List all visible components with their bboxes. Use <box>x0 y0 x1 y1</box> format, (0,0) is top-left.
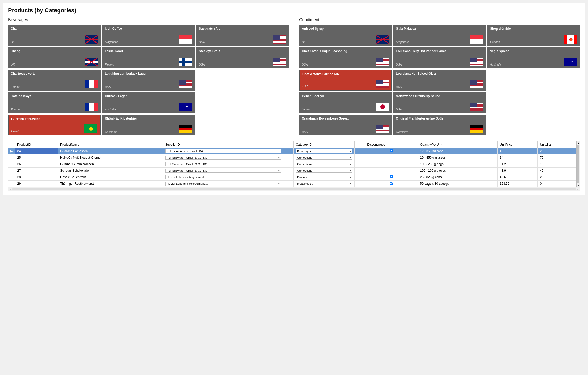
product-card[interactable]: Aniseed SyrupUK <box>299 25 392 46</box>
table-header[interactable]: SupplierID <box>163 141 283 148</box>
table-row[interactable]: 27Schoggi SchokoladeRefrescos Americanas… <box>8 168 576 174</box>
scroll-left-button[interactable]: ◄ <box>9 188 12 190</box>
scroll-up-button[interactable]: ▲ <box>577 141 580 145</box>
vertical-scrollbar[interactable]: ▲ ▼ <box>576 141 580 187</box>
product-card[interactable]: Sasquatch AleUSA <box>196 25 289 46</box>
discontinued-cell[interactable] <box>365 148 418 154</box>
table-row[interactable]: ▶24Guaraná FantásticaRefrescos Americana… <box>8 148 576 154</box>
table-header[interactable]: UnitsI ▲ <box>538 141 576 148</box>
supplier-select[interactable]: Refrescos Americanas LTDAHeli Süßwaren G… <box>166 156 278 159</box>
product-card[interactable]: Laughing Lumberjack LagerUSA <box>102 70 195 91</box>
category-select[interactable]: BeveragesConfectionsProduceMeat/Poultry <box>296 162 349 166</box>
scroll-down-button[interactable]: ▼ <box>577 184 580 187</box>
product-card[interactable]: Rhönbräu KlosterbierGermany <box>102 115 195 135</box>
discontinued-checkbox[interactable] <box>390 169 393 172</box>
product-card[interactable]: Grandma's Boysenberry SpreadUSA <box>299 115 392 135</box>
product-card[interactable]: Guaraná FantásticaBrazil <box>8 115 101 135</box>
table-header[interactable]: ProductName <box>58 141 163 148</box>
supplier-select[interactable]: Refrescos Americanas LTDAHeli Süßwaren G… <box>166 149 278 153</box>
product-card[interactable]: Chartreuse verteFrance <box>8 70 101 91</box>
scroll-right-button[interactable]: ► <box>576 188 579 190</box>
product-card[interactable]: Chef Anton's Cajun SeasoningUSA <box>299 47 392 68</box>
category-cell[interactable]: BeveragesConfectionsProduceMeat/Poultry▼ <box>294 148 355 154</box>
table-row[interactable]: 29Thüringer RostbratwurstRefrescos Ameri… <box>8 181 576 187</box>
product-card[interactable]: ChangUK <box>8 47 101 68</box>
category-select[interactable]: BeveragesConfectionsProduceMeat/Poultry <box>296 149 349 153</box>
discontinued-cell[interactable] <box>365 181 418 187</box>
product-card[interactable]: LakkaliköoriFinland <box>102 47 195 68</box>
category-select[interactable]: BeveragesConfectionsProduceMeat/Poultry <box>296 175 349 179</box>
supplier-cell[interactable]: Refrescos Americanas LTDAHeli Süßwaren G… <box>163 154 283 161</box>
product-card[interactable]: Chef Anton's Gumbo MixUSA <box>299 70 392 91</box>
table-row[interactable]: 28Rössle SauerkrautRefrescos Americanas … <box>8 174 576 181</box>
product-card[interactable]: Outback LagerAustralia <box>102 92 195 113</box>
discontinued-cell[interactable] <box>365 161 418 168</box>
product-card[interactable]: Steeleye StoutUSA <box>196 47 289 68</box>
product-card[interactable]: Gula MalaccaSingapore <box>393 25 486 46</box>
discontinued-checkbox[interactable] <box>390 182 393 185</box>
category-dropdown-arrow: ▼ <box>349 150 352 152</box>
discontinued-cell[interactable] <box>365 168 418 174</box>
discontinued-checkbox[interactable] <box>390 149 393 152</box>
category-select[interactable]: BeveragesConfectionsProduceMeat/Poultry <box>296 169 349 172</box>
empty-col2 <box>355 181 365 187</box>
category-cell[interactable]: BeveragesConfectionsProduceMeat/Poultry▼ <box>294 161 355 168</box>
discontinued-cell[interactable] <box>365 174 418 181</box>
supplier-select[interactable]: Refrescos Americanas LTDAHeli Süßwaren G… <box>166 169 278 172</box>
product-card[interactable]: Northwoods Cranberry SauceUSA <box>393 92 486 113</box>
product-card[interactable]: Sirop d'érableCanada <box>487 25 580 46</box>
category-cell[interactable]: BeveragesConfectionsProduceMeat/Poultry▼ <box>294 168 355 174</box>
scroll-thumb[interactable] <box>577 145 579 183</box>
table-scroll-area: ProductIDProductNameSupplierIDCategoryID… <box>8 141 576 187</box>
discontinued-cell[interactable] <box>365 154 418 161</box>
table-header[interactable]: ProductID <box>15 141 58 148</box>
card-name: Sirop d'érable <box>490 27 577 31</box>
table-header[interactable]: QuantityPerUnit <box>418 141 498 148</box>
empty-col <box>283 181 294 187</box>
table-header[interactable]: CategoryID <box>294 141 355 148</box>
empty-col2 <box>355 161 365 168</box>
supplier-select[interactable]: Refrescos Americanas LTDAHeli Süßwaren G… <box>166 182 278 186</box>
supplier-select[interactable]: Refrescos Americanas LTDAHeli Süßwaren G… <box>166 162 278 166</box>
supplier-cell[interactable]: Refrescos Americanas LTDAHeli Süßwaren G… <box>163 174 283 181</box>
discontinued-checkbox[interactable] <box>390 156 393 159</box>
card-name: Lakkaliköori <box>105 49 192 53</box>
product-card[interactable]: Louisiana Fiery Hot Pepper SauceUSA <box>393 47 486 68</box>
product-card[interactable]: Ipoh CoffeeSingapore <box>102 25 195 46</box>
australia-flag <box>564 58 577 66</box>
brazil-flag <box>84 124 97 133</box>
discontinued-checkbox[interactable] <box>390 175 393 178</box>
card-name: Laughing Lumberjack Lager <box>105 72 192 76</box>
product-card[interactable]: Côte de BlayeFrance <box>8 92 101 113</box>
supplier-cell[interactable]: Refrescos Americanas LTDAHeli Süßwaren G… <box>163 148 283 154</box>
product-card[interactable]: Original Frankfurter grüne SoßeGermany <box>393 115 486 135</box>
table-row[interactable]: 25NuNuCa Nuß-Nougat-CremeRefrescos Ameri… <box>8 154 576 161</box>
category-select[interactable]: BeveragesConfectionsProduceMeat/Poultry <box>296 182 349 186</box>
discontinued-checkbox[interactable] <box>390 162 393 165</box>
empty-card-slot <box>487 92 580 113</box>
product-card[interactable]: Genen ShouyuJapan <box>299 92 392 113</box>
horizontal-scrollbar[interactable]: ◄ ► <box>8 187 580 191</box>
page-title: Products (by Categories) <box>8 7 580 14</box>
card-bottom: USA <box>199 58 286 66</box>
product-card[interactable]: ChaiUK <box>8 25 101 46</box>
category-cell[interactable]: BeveragesConfectionsProduceMeat/Poultry▼ <box>294 174 355 181</box>
category-select[interactable]: BeveragesConfectionsProduceMeat/Poultry <box>296 156 349 159</box>
table-header[interactable]: Discontinued <box>365 141 418 148</box>
supplier-select[interactable]: Refrescos Americanas LTDAHeli Süßwaren G… <box>166 175 278 179</box>
category-cell[interactable]: BeveragesConfectionsProduceMeat/Poultry▼ <box>294 181 355 187</box>
row-indicator <box>8 181 15 187</box>
supplier-cell[interactable]: Refrescos Americanas LTDAHeli Süßwaren G… <box>163 168 283 174</box>
supplier-cell[interactable]: Refrescos Americanas LTDAHeli Süßwaren G… <box>163 161 283 168</box>
table-row[interactable]: 26Gumbär GummibärchenRefrescos Americana… <box>8 161 576 168</box>
supplier-cell[interactable]: Refrescos Americanas LTDAHeli Süßwaren G… <box>163 181 283 187</box>
scroll-track[interactable] <box>12 188 576 190</box>
product-id-cell: 26 <box>15 161 58 168</box>
category-cell[interactable]: BeveragesConfectionsProduceMeat/Poultry▼ <box>294 154 355 161</box>
table-header[interactable]: UnitPrice <box>498 141 538 148</box>
product-name-cell: NuNuCa Nuß-Nougat-Creme <box>58 154 163 161</box>
card-country: Singapore <box>105 40 118 44</box>
product-card[interactable]: Louisiana Hot Spiced OkraUSA <box>393 70 486 91</box>
product-card[interactable]: Vegie-spreadAustralia <box>487 47 580 68</box>
finland-flag <box>179 58 192 66</box>
